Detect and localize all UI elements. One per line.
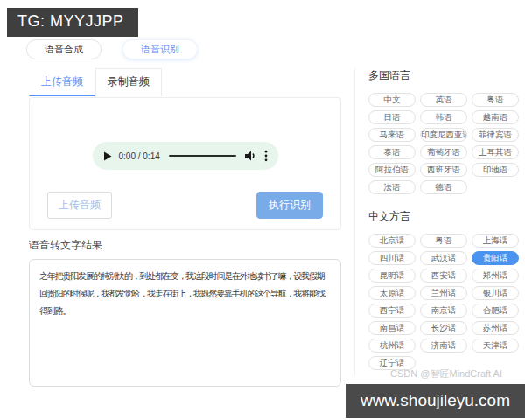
dialect-button[interactable]: 合肥话 <box>472 304 519 318</box>
card-actions: 上传音频 执行识别 <box>30 192 340 229</box>
tg-contact-badge: TG: MYYJJPP <box>7 8 138 37</box>
dialect-button[interactable]: 贵阳话 <box>472 251 519 265</box>
dialect-button[interactable]: 昆明话 <box>368 269 416 283</box>
dialect-button[interactable]: 郑州话 <box>472 269 519 283</box>
dialect-button[interactable]: 长沙话 <box>420 321 467 335</box>
dialect-button[interactable]: 苏州话 <box>472 321 519 335</box>
language-grid: 中文英语粤语日语韩语越南语马来语印度尼西亚语菲律宾语泰语葡萄牙语土耳其语阿拉伯语… <box>368 93 519 194</box>
language-button[interactable]: 韩语 <box>420 110 467 124</box>
audio-time: 0:00 / 0:14 <box>119 151 160 161</box>
language-button[interactable]: 粤语 <box>472 93 519 107</box>
dialect-button[interactable]: 上海话 <box>472 234 519 248</box>
recognition-panel: 上传音频 录制音频 0:00 / 0:14 <box>29 68 342 387</box>
dialect-button[interactable]: 四川话 <box>368 251 416 265</box>
play-icon[interactable] <box>103 151 112 161</box>
audio-player[interactable]: 0:00 / 0:14 <box>93 142 278 170</box>
tab-record-audio[interactable]: 录制音频 <box>95 68 162 96</box>
language-button[interactable]: 日语 <box>368 110 416 124</box>
dialect-button[interactable]: 天津话 <box>472 339 519 353</box>
dialect-grid: 北京话粤语上海话四川话武汉话贵阳话昆明话西安话郑州话太原话兰州话银川话西宁话南京… <box>368 234 519 370</box>
language-button[interactable]: 印地语 <box>472 163 519 177</box>
languages-title: 多国语言 <box>368 68 519 83</box>
dialect-button[interactable]: 兰州话 <box>420 286 467 300</box>
volume-icon[interactable] <box>245 150 256 161</box>
dialect-button[interactable]: 南京话 <box>420 304 467 318</box>
mode-tabs: 语音合成 语音识别 <box>26 39 198 60</box>
language-button[interactable]: 马来语 <box>368 128 416 142</box>
dialect-button[interactable]: 北京话 <box>368 234 416 248</box>
language-button[interactable]: 土耳其语 <box>472 145 519 159</box>
tab-speech-recognition[interactable]: 语音识别 <box>122 39 198 60</box>
language-button[interactable]: 菲律宾语 <box>472 128 519 142</box>
dialect-button[interactable]: 太原话 <box>368 286 416 300</box>
language-panel: 多国语言 中文英语粤语日语韩语越南语马来语印度尼西亚语菲律宾语泰语葡萄牙语土耳其… <box>368 68 519 370</box>
dialect-button[interactable]: 杭州话 <box>368 339 416 353</box>
language-button[interactable]: 葡萄牙语 <box>420 145 467 159</box>
audio-progress-bar[interactable] <box>169 155 236 157</box>
run-recognition-button[interactable]: 执行识别 <box>256 192 323 219</box>
kebab-menu-icon[interactable] <box>264 150 268 162</box>
dialect-button[interactable]: 济南话 <box>420 339 467 353</box>
speech-recognition-page: { "page": { "tg_badge": "TG: MYYJJPP", "… <box>0 0 525 420</box>
upload-card: 0:00 / 0:14 上传音频 <box>29 97 341 230</box>
dialect-button[interactable]: 银川话 <box>472 286 519 300</box>
dialect-button[interactable]: 西安话 <box>420 269 467 283</box>
audio-source-tabs: 上传音频 录制音频 <box>29 68 342 96</box>
language-button[interactable]: 中文 <box>368 93 416 107</box>
csdn-watermark: CSDN @智匠MindCraft AI <box>390 368 502 381</box>
dialect-button[interactable]: 西宁话 <box>368 304 416 318</box>
tab-upload-audio[interactable]: 上传音频 <box>29 68 95 96</box>
language-button[interactable]: 越南语 <box>472 110 519 124</box>
site-url-badge: www.shoujileyu.com <box>346 384 525 418</box>
dialect-button[interactable]: 武汉话 <box>420 251 467 265</box>
language-button[interactable]: 英语 <box>420 93 467 107</box>
dialect-button[interactable]: 南昌话 <box>368 321 416 335</box>
upload-audio-button[interactable]: 上传音频 <box>47 192 112 219</box>
language-button[interactable]: 印度尼西亚语 <box>420 128 467 142</box>
tab-speech-synthesis[interactable]: 语音合成 <box>26 39 102 60</box>
dialects-title: 中文方言 <box>368 209 519 224</box>
dialect-button[interactable]: 粤语 <box>420 234 467 248</box>
transcription-result[interactable]: 之年把贵阳发展的特别快的，到处都在变，我这段时间是在外地读书了嘛，设我假期回贵阳… <box>29 259 341 387</box>
panel-divider <box>354 68 355 376</box>
language-button[interactable]: 德语 <box>420 180 467 194</box>
language-button[interactable]: 阿拉伯语 <box>368 163 416 177</box>
language-button[interactable]: 泰语 <box>368 145 416 159</box>
language-button[interactable]: 法语 <box>368 180 416 194</box>
result-label: 语音转文字结果 <box>29 238 342 253</box>
language-button[interactable]: 西班牙语 <box>420 163 467 177</box>
